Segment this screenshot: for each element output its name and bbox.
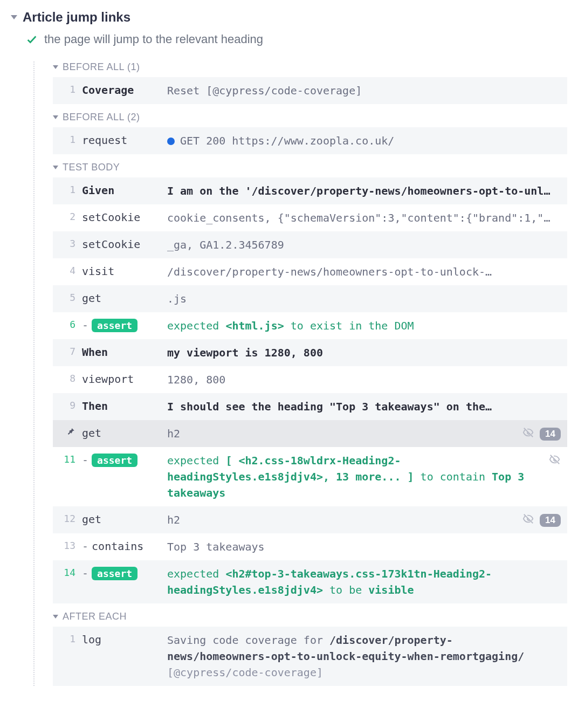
command-message: cookie_consents, {"schemaVersion":3,"con… [167,210,554,226]
command-row[interactable]: 3 setCookie _ga, GA1.2.3456789 [53,231,567,258]
command-number: 3 [56,237,75,249]
command-number: 13 [56,539,75,551]
command-row[interactable]: 2 setCookie cookie_consents, {"schemaVer… [53,204,567,231]
command-number: 1 [56,183,75,195]
command-number: 4 [56,264,75,276]
test-title: the page will jump to the relevant headi… [44,32,263,46]
caret-down-icon [11,15,17,19]
command-message: h2 [167,425,516,442]
command-message: h2 [167,512,516,528]
command-name: -assert [82,452,161,467]
command-message: Reset [@cypress/code-coverage] [167,83,554,99]
test-body-list: 1 Given I am on the '/discover/property-… [53,177,567,603]
eye-off-icon[interactable] [522,513,534,527]
command-row[interactable]: 1 Coverage Reset [@cypress/code-coverage… [53,77,567,104]
command-name: setCookie [82,210,161,224]
command-number: 2 [56,210,75,222]
command-name: Given [82,183,161,197]
command-number: 6 [56,318,75,330]
section-before-all-2[interactable]: BEFORE ALL (2) [53,112,567,123]
section-label: BEFORE ALL (1) [63,61,140,73]
command-row[interactable]: 7 When my viewport is 1280, 800 [53,339,567,366]
section-test-body[interactable]: TEST BODY [53,162,567,173]
command-message: expected [ <h2.css-18wldrx-Heading2-head… [167,452,542,501]
command-row[interactable]: 13 -contains Top 3 takeaways [53,533,567,560]
command-name: get [82,512,161,526]
command-number [56,425,75,438]
request-prefix: GET 200 [180,134,232,147]
command-row[interactable]: 14 -assert expected <h2#top-3-takeaways.… [53,560,567,603]
command-right [549,452,561,468]
command-number: 1 [56,133,75,145]
suite-title: Article jump links [23,10,130,25]
command-row[interactable]: 4 visit /discover/property-news/homeowne… [53,258,567,285]
command-number: 1 [56,83,75,95]
command-row-pinned[interactable]: get h2 14 [53,420,567,447]
after-each-list: 1 log Saving code coverage for /discover… [53,627,567,686]
command-number: 5 [56,291,75,303]
element-count-badge: 14 [540,514,561,527]
command-row[interactable]: 12 get h2 14 [53,506,567,533]
command-name: viewport [82,372,161,386]
command-name: log [82,632,161,646]
command-name: -assert [82,566,161,580]
assert-pill: assert [92,567,137,580]
caret-down-icon [53,615,58,619]
command-number: 11 [56,452,75,465]
command-message: GET 200 https://www.zoopla.co.uk/ [167,133,554,149]
command-name: Then [82,399,161,413]
element-count-badge: 14 [540,428,561,441]
command-message: /discover/property-news/homeowners-opt-t… [167,264,554,280]
command-name: get [82,425,161,439]
command-number: 8 [56,372,75,384]
command-message: Top 3 takeaways [167,539,554,555]
command-row[interactable]: 9 Then I should see the heading "Top 3 t… [53,393,567,420]
check-icon [26,33,38,45]
before-all-2-list: 1 request GET 200 https://www.zoopla.co.… [53,127,567,154]
command-name: -assert [82,318,161,332]
command-row[interactable]: 1 log Saving code coverage for /discover… [53,627,567,686]
caret-down-icon [53,166,58,169]
command-row[interactable]: 1 Given I am on the '/discover/property-… [53,177,567,204]
command-message: expected <html.js> to exist in the DOM [167,318,554,334]
command-message: _ga, GA1.2.3456789 [167,237,554,253]
section-after-each[interactable]: AFTER EACH [53,611,567,622]
command-number: 7 [56,345,75,357]
command-row[interactable]: 6 -assert expected <html.js> to exist in… [53,312,567,339]
command-number: 14 [56,566,75,578]
command-name: When [82,345,161,359]
command-right: 14 [522,425,561,441]
eye-off-icon[interactable] [522,427,534,441]
command-message: I should see the heading "Top 3 takeaway… [167,399,554,415]
section-before-all-1[interactable]: BEFORE ALL (1) [53,61,567,73]
command-number: 12 [56,512,75,524]
command-number: 1 [56,632,75,644]
steps-container: BEFORE ALL (1) 1 Coverage Reset [@cypres… [33,61,567,686]
command-message: Saving code coverage for /discover/prope… [167,632,554,681]
command-row[interactable]: 1 request GET 200 https://www.zoopla.co.… [53,127,567,154]
section-label: AFTER EACH [63,611,127,622]
command-name: get [82,291,161,305]
section-label: BEFORE ALL (2) [63,112,140,123]
command-message: my viewport is 1280, 800 [167,345,554,361]
assert-pill: assert [92,454,137,467]
assert-pill: assert [92,319,137,332]
command-name: request [82,133,161,147]
command-row[interactable]: 11 -assert expected [ <h2.css-18wldrx-He… [53,447,567,506]
test-header[interactable]: the page will jump to the relevant headi… [11,30,567,54]
caret-down-icon [53,65,58,69]
pin-icon [66,427,75,438]
command-name: setCookie [82,237,161,251]
command-message: 1280, 800 [167,372,554,388]
command-name: visit [82,264,161,278]
command-row[interactable]: 5 get .js [53,285,567,312]
command-number: 9 [56,399,75,411]
command-name: -contains [82,539,161,553]
caret-down-icon [53,115,58,119]
suite-header[interactable]: Article jump links [11,8,567,30]
command-name: Coverage [82,83,161,97]
section-label: TEST BODY [63,162,120,173]
eye-off-icon[interactable] [549,454,561,468]
command-row[interactable]: 8 viewport 1280, 800 [53,366,567,393]
before-all-1-list: 1 Coverage Reset [@cypress/code-coverage… [53,77,567,104]
